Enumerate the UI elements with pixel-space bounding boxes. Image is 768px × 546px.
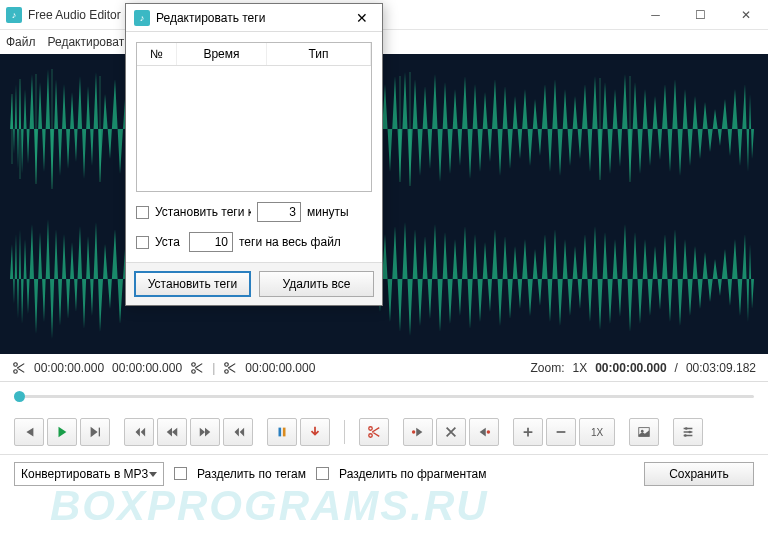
time-bar: 00:00:00.000 00:00:00.000 | 00:00:00.000… bbox=[0, 354, 768, 382]
zoom-text: 1X bbox=[591, 427, 603, 438]
slider-thumb[interactable] bbox=[14, 391, 25, 402]
svg-rect-10 bbox=[283, 428, 286, 437]
format-combo-label: Конвертировать в MP3 bbox=[21, 467, 148, 481]
split-fragments-checkbox[interactable] bbox=[316, 467, 329, 480]
split-fragments-label: Разделить по фрагментам bbox=[339, 467, 486, 481]
table-header: № Время Тип bbox=[137, 43, 371, 66]
prev-frame-button[interactable] bbox=[14, 418, 44, 446]
position-slider[interactable] bbox=[14, 395, 754, 398]
time-from: 00:00:00.000 bbox=[34, 361, 104, 375]
minutes-unit: минуты bbox=[307, 205, 349, 219]
player-toolbar: 1X bbox=[0, 410, 768, 454]
zoom-out-button[interactable] bbox=[546, 418, 576, 446]
marker-pause-button[interactable] bbox=[267, 418, 297, 446]
dialog-icon: ♪ bbox=[134, 10, 150, 26]
save-button-label: Сохранить bbox=[669, 467, 729, 481]
time-to: 00:00:00.000 bbox=[112, 361, 182, 375]
menu-file[interactable]: Файл bbox=[6, 35, 36, 49]
minimize-button[interactable]: ─ bbox=[633, 0, 678, 30]
svg-point-16 bbox=[688, 431, 691, 434]
waveform-display[interactable] bbox=[0, 54, 768, 354]
time-sel: 00:00:00.000 bbox=[245, 361, 315, 375]
count-unit: теги на весь файл bbox=[239, 235, 341, 249]
go-start-button[interactable] bbox=[124, 418, 154, 446]
main-titlebar: ♪ Free Audio Editor ─ ☐ ✕ bbox=[0, 0, 768, 30]
position-slider-row bbox=[0, 382, 768, 410]
dialog-titlebar[interactable]: ♪ Редактировать теги ✕ bbox=[126, 4, 382, 32]
app-icon: ♪ bbox=[6, 7, 22, 23]
maximize-button[interactable]: ☐ bbox=[678, 0, 723, 30]
image-button[interactable] bbox=[629, 418, 659, 446]
menu-edit[interactable]: Редактировать bbox=[48, 35, 131, 49]
scissors-icon bbox=[190, 361, 204, 375]
tags-table[interactable]: № Время Тип bbox=[136, 42, 372, 192]
zoom-level-button[interactable]: 1X bbox=[579, 418, 615, 446]
cut-button[interactable] bbox=[359, 418, 389, 446]
split-tags-label: Разделить по тегам bbox=[197, 467, 306, 481]
delete-all-button-label: Удалить все bbox=[282, 277, 350, 291]
svg-point-15 bbox=[685, 427, 688, 430]
go-end-button[interactable] bbox=[223, 418, 253, 446]
split-tags-checkbox[interactable] bbox=[174, 467, 187, 480]
dialog-title: Редактировать теги bbox=[156, 11, 265, 25]
col-num[interactable]: № bbox=[137, 43, 177, 65]
time-position: 00:00:00.000 bbox=[595, 361, 666, 375]
time-separator: / bbox=[675, 361, 678, 375]
save-button[interactable]: Сохранить bbox=[644, 462, 754, 486]
svg-rect-9 bbox=[279, 428, 282, 437]
trim-left-button[interactable] bbox=[403, 418, 433, 446]
zoom-value: 1X bbox=[573, 361, 588, 375]
settings-button[interactable] bbox=[673, 418, 703, 446]
delete-all-button[interactable]: Удалить все bbox=[259, 271, 374, 297]
time-duration: 00:03:09.182 bbox=[686, 361, 756, 375]
svg-point-17 bbox=[684, 434, 687, 437]
set-tags-button-label: Установить теги bbox=[148, 277, 237, 291]
col-type[interactable]: Тип bbox=[267, 43, 371, 65]
zoom-label: Zoom: bbox=[530, 361, 564, 375]
play-button[interactable] bbox=[47, 418, 77, 446]
count-input[interactable] bbox=[189, 232, 233, 252]
play-selection-button[interactable] bbox=[80, 418, 110, 446]
set-tags-count-checkbox[interactable] bbox=[136, 236, 149, 249]
scissors-icon bbox=[223, 361, 237, 375]
scissors-icon bbox=[12, 361, 26, 375]
set-tags-every-label: Установить теги к bbox=[155, 205, 251, 219]
col-time[interactable]: Время bbox=[177, 43, 267, 65]
svg-point-12 bbox=[487, 430, 491, 434]
dialog-close-button[interactable]: ✕ bbox=[350, 6, 374, 30]
edit-tags-dialog: ♪ Редактировать теги ✕ № Время Тип Устан… bbox=[125, 3, 383, 306]
menu-bar: Файл Редактировать bbox=[0, 30, 768, 54]
zoom-in-button[interactable] bbox=[513, 418, 543, 446]
format-combo[interactable]: Конвертировать в MP3 bbox=[14, 462, 164, 486]
close-button[interactable]: ✕ bbox=[723, 0, 768, 30]
set-tags-count-label: Уста bbox=[155, 235, 183, 249]
minutes-input[interactable] bbox=[257, 202, 301, 222]
delete-button[interactable] bbox=[436, 418, 466, 446]
svg-point-11 bbox=[412, 430, 416, 434]
rewind-button[interactable] bbox=[157, 418, 187, 446]
set-tags-every-checkbox[interactable] bbox=[136, 206, 149, 219]
forward-button[interactable] bbox=[190, 418, 220, 446]
marker-down-button[interactable] bbox=[300, 418, 330, 446]
set-tags-button[interactable]: Установить теги bbox=[134, 271, 251, 297]
bottom-bar: Конвертировать в MP3 Разделить по тегам … bbox=[0, 454, 768, 492]
trim-right-button[interactable] bbox=[469, 418, 499, 446]
